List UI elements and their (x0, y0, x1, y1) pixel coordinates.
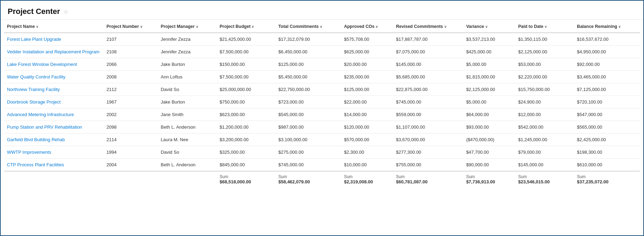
cell-balance_remaining: $610,000.00 (574, 159, 640, 172)
cell-paid_to_date: $2,220,000.00 (515, 71, 574, 83)
cell-paid_to_date: $1,245,000.00 (515, 134, 574, 146)
cell-variance: $1,815,000.00 (463, 71, 515, 83)
col-header-project-number[interactable]: Project Number ∨ (104, 20, 158, 33)
footer-empty-2 (104, 171, 158, 187)
footer-total-commitments: Sum $58,462,079.00 (276, 171, 341, 187)
footer-project-budget: Sum $68,518,000.00 (217, 171, 276, 187)
table-row: CTP Process Plant Facilities2004Beth L. … (4, 159, 640, 172)
cell-project_number: 2098 (104, 121, 158, 134)
cell-project_name: Garfield Blvd Building Rehab (4, 134, 104, 146)
cell-total_commitments: $545,000.00 (276, 108, 341, 121)
col-header-revised-commitments[interactable]: Revised Commitments ∨ (393, 20, 463, 33)
cell-project_name: Advanced Metering Infrastructure (4, 108, 104, 121)
cell-revised_commitments: $17,887,787.00 (393, 33, 463, 46)
cell-project_manager: Jane Smith (158, 108, 217, 121)
project-name-link[interactable]: Doorbrook Storage Project (7, 99, 61, 105)
cell-approved_cos: $120,000.00 (341, 121, 393, 134)
col-header-project-manager[interactable]: Project Manager ∨ (158, 20, 217, 33)
col-header-balance-remaining[interactable]: Balance Remaining ∨ (574, 20, 640, 33)
cell-project_manager: Laura M. Nee (158, 134, 217, 146)
cell-total_commitments: $3,100,000.00 (276, 134, 341, 146)
page-header: Project Center ☆ (1, 1, 643, 20)
col-header-variance[interactable]: Variance ∨ (463, 20, 515, 33)
cell-project_budget: $750,000.00 (217, 96, 276, 108)
sort-icon-total-commitments: ∨ (320, 25, 322, 29)
footer-variance: Sum $7,736,913.00 (463, 171, 515, 187)
cell-approved_cos: $20,000.00 (341, 58, 393, 71)
cell-project_name: Northview Training Facility (4, 83, 104, 96)
cell-project_manager: David So (158, 83, 217, 96)
cell-approved_cos: $570,000.00 (341, 134, 393, 146)
project-name-link[interactable]: Forest Lake Plant Upgrade (7, 37, 61, 42)
project-name-link[interactable]: Water Quality Control Facility (7, 74, 65, 79)
project-name-link[interactable]: CTP Process Plant Facilities (7, 162, 64, 167)
cell-variance: $47,700.00 (463, 146, 515, 159)
cell-project_name: Vedder Installation and Replacement Prog… (4, 46, 104, 58)
cell-paid_to_date: $145,000.00 (515, 159, 574, 172)
sort-icon-project-name: ∨ (36, 25, 38, 29)
cell-project_budget: $325,000.00 (217, 146, 276, 159)
cell-total_commitments: $723,000.00 (276, 96, 341, 108)
cell-revised_commitments: $5,685,000.00 (393, 71, 463, 83)
cell-project_budget: $1,200,000.00 (217, 121, 276, 134)
footer-paid-to-date: Sum $23,546,015.00 (515, 171, 574, 187)
cell-approved_cos: $22,000.00 (341, 96, 393, 108)
cell-balance_remaining: $4,950,000.00 (574, 46, 640, 58)
cell-project_budget: $150,000.00 (217, 58, 276, 71)
cell-revised_commitments: $755,000.00 (393, 159, 463, 172)
cell-total_commitments: $987,000.00 (276, 121, 341, 134)
col-header-approved-cos[interactable]: Approved COs ∨ (341, 20, 393, 33)
project-name-link[interactable]: Northview Training Facility (7, 87, 60, 92)
cell-project_manager: Jake Burton (158, 58, 217, 71)
sort-icon-project-budget: ∨ (251, 25, 254, 29)
cell-balance_remaining: $92,000.00 (574, 58, 640, 71)
cell-project_manager: Beth L. Anderson (158, 159, 217, 172)
cell-total_commitments: $22,750,000.00 (276, 83, 341, 96)
project-name-link[interactable]: Pump Station and PRV Rehabilitation (7, 124, 82, 130)
cell-project_manager: Beth L. Anderson (158, 121, 217, 134)
cell-approved_cos: $125,000.00 (341, 83, 393, 96)
cell-balance_remaining: $547,000.00 (574, 108, 640, 121)
cell-total_commitments: $745,000.00 (276, 159, 341, 172)
project-name-link[interactable]: Lake Forest Winslow Development (7, 62, 77, 67)
footer-revised-commitments: Sum $60,781,087.00 (393, 171, 463, 187)
cell-project_name: Lake Forest Winslow Development (4, 58, 104, 71)
cell-balance_remaining: $565,000.00 (574, 121, 640, 134)
col-header-project-budget[interactable]: Project Budget ∨ (217, 20, 276, 33)
cell-approved_cos: $625,000.00 (341, 46, 393, 58)
cell-revised_commitments: $559,000.00 (393, 108, 463, 121)
project-table: Project Name ∨ Project Number ∨ Project … (4, 20, 640, 187)
cell-project_number: 2108 (104, 46, 158, 58)
cell-variance: $5,000.00 (463, 96, 515, 108)
cell-revised_commitments: $1,107,000.00 (393, 121, 463, 134)
cell-project_name: Doorbrook Storage Project (4, 96, 104, 108)
col-header-total-commitments[interactable]: Total Commitments ∨ (276, 20, 341, 33)
cell-balance_remaining: $720,100.00 (574, 96, 640, 108)
cell-paid_to_date: $15,750,000.00 (515, 83, 574, 96)
cell-total_commitments: $6,450,000.00 (276, 46, 341, 58)
cell-project_number: 2107 (104, 33, 158, 46)
cell-project_name: Pump Station and PRV Rehabilitation (4, 121, 104, 134)
project-name-link[interactable]: Vedder Installation and Replacement Prog… (7, 49, 100, 54)
sort-icon-revised-commitments: ∨ (444, 25, 447, 29)
sort-icon-balance-remaining: ∨ (618, 25, 621, 29)
col-header-paid-to-date[interactable]: Paid to Date ∨ (515, 20, 574, 33)
project-name-link[interactable]: Advanced Metering Infrastructure (7, 112, 74, 117)
star-icon[interactable]: ☆ (63, 8, 68, 15)
table-header-row: Project Name ∨ Project Number ∨ Project … (4, 20, 640, 33)
cell-variance: $5,000.00 (463, 58, 515, 71)
table-row: Water Quality Control Facility2008Ann Lo… (4, 71, 640, 83)
footer-balance-remaining: Sum $37,235,072.00 (574, 171, 640, 187)
col-header-project-name[interactable]: Project Name ∨ (4, 20, 104, 33)
project-name-link[interactable]: Garfield Blvd Building Rehab (7, 137, 65, 142)
table-row: Northview Training Facility2112David So$… (4, 83, 640, 96)
cell-project_budget: $7,500,000.00 (217, 71, 276, 83)
table-footer-row: Sum $68,518,000.00 Sum $58,462,079.00 Su… (4, 171, 640, 187)
cell-variance: ($470,000.00) (463, 134, 515, 146)
cell-paid_to_date: $2,125,000.00 (515, 46, 574, 58)
project-name-link[interactable]: WWTP Improvements (7, 150, 51, 155)
cell-paid_to_date: $542,000.00 (515, 121, 574, 134)
cell-variance: $2,125,000.00 (463, 83, 515, 96)
cell-total_commitments: $5,450,000.00 (276, 71, 341, 83)
cell-total_commitments: $125,000.00 (276, 58, 341, 71)
